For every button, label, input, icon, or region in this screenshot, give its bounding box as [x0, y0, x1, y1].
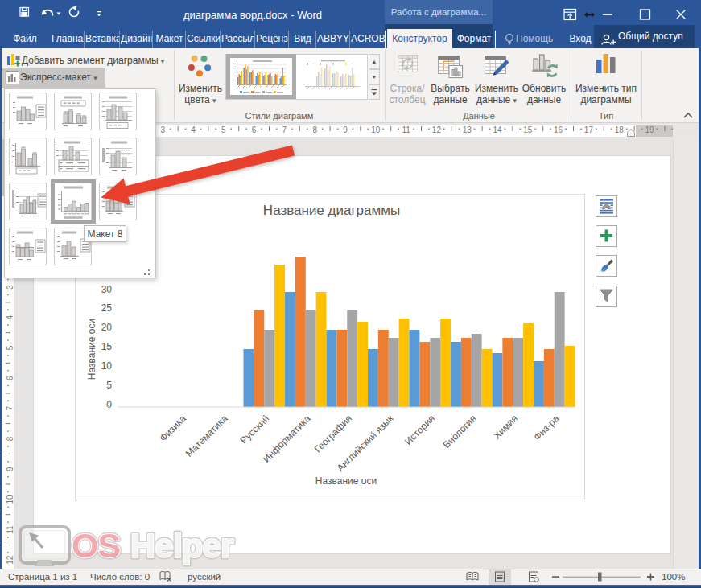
svg-text:16: 16: [554, 125, 563, 134]
svg-text:0: 0: [106, 399, 112, 410]
svg-text:8: 8: [6, 436, 14, 441]
svg-text:Helper: Helper: [130, 526, 234, 565]
svg-text:10: 10: [101, 360, 113, 372]
svg-text:9: 9: [6, 467, 14, 471]
svg-text:6: 6: [6, 376, 14, 380]
svg-text:18: 18: [615, 125, 625, 134]
svg-text:25: 25: [101, 302, 113, 314]
svg-text:Название оси: Название оси: [86, 319, 97, 380]
svg-text:5: 5: [106, 380, 112, 391]
svg-text:13: 13: [463, 125, 472, 134]
svg-text:7: 7: [6, 406, 14, 411]
svg-text:30: 30: [101, 284, 113, 295]
svg-text:4: 4: [6, 315, 14, 319]
svg-text:3: 3: [6, 285, 14, 290]
svg-text:20: 20: [101, 322, 113, 333]
svg-text:19: 19: [645, 125, 654, 134]
svg-text:14: 14: [493, 125, 502, 134]
svg-text:11: 11: [402, 125, 410, 134]
svg-text:15: 15: [101, 341, 113, 352]
svg-text:OS: OS: [72, 526, 120, 565]
svg-text:9: 9: [343, 125, 348, 134]
svg-text:12: 12: [432, 125, 442, 134]
svg-text:15: 15: [523, 125, 533, 134]
svg-text:Название оси: Название оси: [315, 475, 377, 487]
svg-text:17: 17: [584, 125, 594, 134]
svg-text:5: 5: [6, 345, 14, 350]
svg-text:10: 10: [6, 495, 14, 504]
svg-text:10: 10: [371, 125, 381, 134]
